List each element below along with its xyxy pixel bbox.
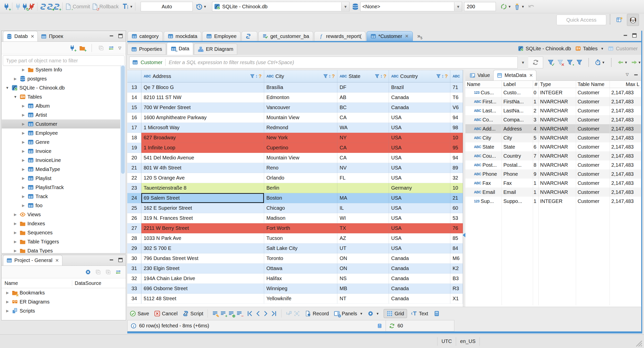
grid-row-14[interactable]: 148210 111 ST NWEdmontonABCanadaT6 <box>127 93 463 103</box>
grid-cell-city[interactable]: Madison <box>264 213 337 223</box>
grid-cell-city[interactable]: Edmonton <box>264 93 337 103</box>
grid-cell-country[interactable]: Canada <box>389 274 450 284</box>
database-selector[interactable]: <None> ▼ <box>360 2 462 11</box>
row-number[interactable]: 16 <box>127 113 141 123</box>
meta-row-custo[interactable]: 123Cus...Custo...0INTEGERCustomer2,147,4… <box>465 88 641 97</box>
meta-row-address[interactable]: ABCAdd...Address4NVARCHARCustomer2,147,4… <box>465 124 641 133</box>
close-icon[interactable]: ✕ <box>30 34 34 39</box>
delete-row-icon[interactable]: − <box>236 311 242 317</box>
grid-cell-postalcode[interactable]: 94 <box>450 153 463 163</box>
tree-item-track[interactable]: ▶Track <box>2 192 120 201</box>
tab-er-diagram[interactable]: ER Diagram <box>194 44 237 55</box>
grid-cell-city[interactable]: New York <box>264 133 337 143</box>
new-connection-icon[interactable]: + <box>3 3 10 10</box>
filter-history-dropdown[interactable]: ▼ <box>518 57 528 68</box>
grid-cell-state[interactable]: ON <box>337 264 389 274</box>
tab-value[interactable]: Value <box>466 70 493 80</box>
row-number[interactable]: 26 <box>127 213 141 223</box>
grid-cell-country[interactable]: Canada <box>389 253 450 264</box>
grid-row-24[interactable]: 2469 Salem StreetBostonMAUSA21 <box>127 193 463 203</box>
meta-row-lastna[interactable]: ABCLast...LastNa...2NVARCHARCustomer2,14… <box>465 106 641 115</box>
grid-cell-postalcode[interactable]: V6 <box>450 103 463 113</box>
sql-editor-icon[interactable] <box>40 3 47 10</box>
grid-cell-state[interactable]: CA <box>337 143 389 153</box>
disconnect-icon[interactable] <box>28 3 35 10</box>
grid-row-21[interactable]: 21801 W 4th StreetRenoNVUSA89 <box>127 163 463 173</box>
grid-cell-city[interactable]: Reno <box>264 163 337 173</box>
close-icon[interactable]: ✕ <box>55 258 59 263</box>
meta-row-phone[interactable]: ABCPhonePhone9NVARCHARCustomer2,147,483 <box>465 169 641 179</box>
commit-button[interactable]: ▪ Commit <box>65 3 92 10</box>
grid-row-19[interactable]: 191 Infinite LoopCupertinoCAUSA95 <box>127 143 463 153</box>
maximize-icon[interactable] <box>632 33 637 38</box>
tree-item-views[interactable]: ▶Views <box>2 210 120 219</box>
minimize-icon[interactable] <box>623 33 628 38</box>
settings-dropdown[interactable]: ▼ <box>368 311 379 317</box>
expand-arrow-icon[interactable]: ▶ <box>21 167 26 171</box>
new-sql-editor-icon[interactable]: + <box>53 3 60 10</box>
grid-cell-city[interactable]: Redmond <box>264 123 337 133</box>
record-button[interactable]: i Record <box>305 311 329 317</box>
grid-row-34[interactable]: 345112 48 StreetYellowknifeNTCanadaX1 <box>127 294 463 304</box>
grid-cell-address[interactable]: 801 W 4th Street <box>141 163 264 173</box>
gear-icon[interactable] <box>85 269 91 275</box>
refresh-status[interactable]: 60 <box>386 320 454 331</box>
row-number[interactable]: 31 <box>127 264 141 274</box>
row-number[interactable]: 19 <box>127 143 141 153</box>
expand-arrow-icon[interactable]: ▶ <box>21 113 26 117</box>
filter-expression-input[interactable] <box>168 57 515 68</box>
link-with-editor-icon[interactable] <box>108 45 114 51</box>
grid-cell-state[interactable]: MA <box>337 193 389 203</box>
breadcrumb-container[interactable]: Tables <box>583 46 598 52</box>
grid-cell-state[interactable]: TX <box>337 223 389 233</box>
meta-row-suppo[interactable]: 123Sup...Suppo...1INTEGERCustomer2,147,4… <box>465 197 641 206</box>
grid-cell-country[interactable]: USA <box>389 213 450 223</box>
tab-databases[interactable]: Datab ✕ <box>3 31 38 41</box>
grid-cell-address[interactable]: 627 Broadway <box>141 133 264 143</box>
row-number[interactable]: 23 <box>127 183 141 193</box>
grid-cell-city[interactable]: Vancouver <box>264 103 337 113</box>
grid-cell-country[interactable]: Canada <box>389 93 450 103</box>
grid-cell-postalcode[interactable]: 94 <box>450 113 463 123</box>
grid-row-15[interactable]: 15700 W Pender StreetVancouverBCCanadaV6 <box>127 103 463 113</box>
minimize-icon[interactable] <box>633 72 639 78</box>
grid-cell-city[interactable]: Tucson <box>264 233 337 243</box>
expand-arrow-icon[interactable]: ▶ <box>13 212 18 216</box>
grid-cell-address[interactable]: 2211 W Berry Street <box>141 223 264 233</box>
grid-cell-city[interactable]: Mountain View <box>264 153 337 163</box>
script-button[interactable]: Script <box>183 311 203 317</box>
expand-arrow-icon[interactable]: ▶ <box>21 131 26 135</box>
editor-tab-mockdata[interactable]: mockdata <box>164 31 202 41</box>
output-dropdown[interactable]: ▼ <box>514 3 525 10</box>
grid-cell-country[interactable]: USA <box>389 193 450 203</box>
grid-row-29[interactable]: 29302 S 700 ESalt Lake CityUTUSA84 <box>127 243 463 253</box>
commit-mode-button[interactable]: Auto <box>141 2 193 11</box>
grid-cell-city[interactable]: Toronto <box>264 253 337 264</box>
grid-row-30[interactable]: 30796 Dundas Street WestTorontoONCanadaM… <box>127 253 463 264</box>
fetch-previous-dropdown[interactable]: ▼ <box>618 59 628 65</box>
column-info-icon[interactable] <box>377 323 382 329</box>
grid-row-28[interactable]: 281033 N Park AveTucsonAZUSA85 <box>127 233 463 243</box>
grid-cell-city[interactable]: Cupertino <box>264 143 337 153</box>
minimize-icon[interactable] <box>109 257 114 263</box>
meta-row-fax[interactable]: ABCFaxFax1NVARCHARCustomer2,147,483 <box>465 179 641 188</box>
meta-column-table-name[interactable]: Table Name <box>576 81 610 88</box>
grid-cell-address[interactable]: 1600 Amphitheatre Parkway <box>141 113 264 123</box>
grid-cell-postalcode[interactable]: 10 <box>450 133 463 143</box>
grid-cell-state[interactable]: WA <box>337 123 389 133</box>
grid-cell-country[interactable]: USA <box>389 123 450 133</box>
grid-cell-state[interactable]: CA <box>337 113 389 123</box>
minimize-icon[interactable] <box>109 33 114 39</box>
grid-cell-country[interactable]: USA <box>389 143 450 153</box>
grid-cell-postalcode[interactable]: 85 <box>450 233 463 243</box>
open-perspective-button[interactable] <box>614 14 625 25</box>
grid-cell-address[interactable]: 230 Elgin Street <box>141 264 264 274</box>
expand-arrow-icon[interactable]: ▶ <box>21 140 26 144</box>
new-connection-icon[interactable]: + <box>69 45 75 51</box>
grid-cell-postalcode[interactable]: 71 <box>450 82 463 93</box>
grid-cell-city[interactable]: Halifax <box>264 274 337 284</box>
tree-item-foo[interactable]: ▶foo <box>2 201 120 210</box>
tree-item-album[interactable]: ▶Album <box>2 101 120 110</box>
tree-item-customer[interactable]: ▶Customer <box>2 119 120 128</box>
expand-arrow-icon[interactable]: ▶ <box>5 300 10 304</box>
